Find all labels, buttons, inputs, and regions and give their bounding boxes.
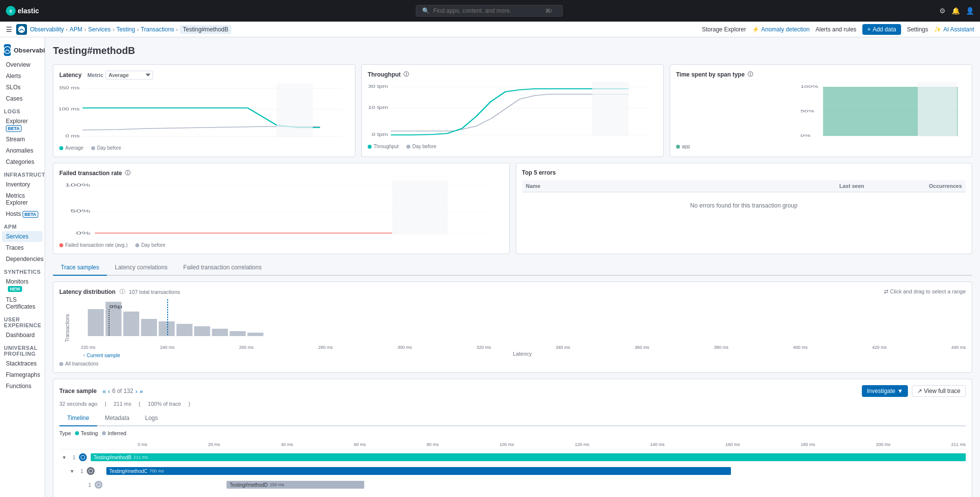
svg-rect-35 xyxy=(159,321,175,336)
bell-icon[interactable]: 🔔 xyxy=(952,7,960,15)
sidebar-item-alerts[interactable]: Alerts xyxy=(2,71,43,81)
elastic-logo[interactable]: e elastic xyxy=(6,6,39,16)
ruler-label-9: 180 ms xyxy=(801,442,815,447)
failed-transaction-svg: 100% 50% 0% xyxy=(59,181,503,239)
ruler-label-0: 0 ms xyxy=(138,442,148,447)
svg-rect-23 xyxy=(918,82,957,137)
dist-x-tick-1: 240 ms xyxy=(160,345,175,350)
sidebar-item-dashboard[interactable]: Dashboard xyxy=(2,330,43,340)
svg-rect-31 xyxy=(88,309,104,336)
anomaly-icon: ⚡ xyxy=(752,26,759,33)
sidebar-item-flamegraphs[interactable]: Flamegraphs xyxy=(2,369,43,380)
ai-icon: ✨ xyxy=(934,26,941,33)
time-spent-info-icon[interactable]: ⓘ xyxy=(748,71,753,78)
sidebar-item-metrics-explorer[interactable]: Metrics Explorer xyxy=(2,190,43,208)
sidebar-item-overview[interactable]: Overview xyxy=(2,59,43,70)
dist-x-tick-4: 300 ms xyxy=(398,345,412,350)
sidebar-item-hosts[interactable]: Hosts BETA xyxy=(2,209,43,219)
sidebar-item-inventory[interactable]: Inventory xyxy=(2,179,43,190)
sidebar-item-services[interactable]: Services xyxy=(2,231,43,242)
dist-info-icon[interactable]: ⓘ xyxy=(120,288,125,295)
tab-latency-correlations[interactable]: Latency correlations xyxy=(107,260,175,276)
ai-assistant-btn[interactable]: ✨ AI Assistant xyxy=(934,26,974,33)
bc-transactions[interactable]: Transactions xyxy=(141,26,174,33)
gear-icon[interactable]: ⚙ xyxy=(939,7,946,15)
bc-observability[interactable]: Observability xyxy=(30,26,64,33)
sidebar-item-cases[interactable]: Cases xyxy=(2,93,43,104)
span-toggle-1[interactable]: ▼ xyxy=(67,469,77,474)
throughput-chart-panel: Throughput ⓘ 30 tpm 10 tpm 0 tpm xyxy=(361,64,664,157)
sidebar-item-functions[interactable]: Functions xyxy=(2,381,43,392)
sidebar-section-apm: APM xyxy=(0,220,45,231)
sidebar-infra-list: Inventory Metrics Explorer Hosts BETA xyxy=(0,179,45,219)
storage-explorer-btn[interactable]: Storage Explorer xyxy=(702,26,746,33)
throughput-info-icon[interactable]: ⓘ xyxy=(403,71,409,78)
dist-x-tick-10: 420 ms xyxy=(872,345,887,350)
search-bar[interactable]: 🔍 ⌘/ xyxy=(416,5,563,17)
trace-next-btn[interactable]: › xyxy=(135,388,137,395)
sub-tab-timeline[interactable]: Timeline xyxy=(59,411,97,426)
user-icon[interactable]: 👤 xyxy=(966,7,974,15)
ruler-label-6: 120 ms xyxy=(575,442,589,447)
dist-x-tick-6: 340 ms xyxy=(555,345,570,350)
svg-rect-8 xyxy=(276,83,313,137)
hamburger-icon[interactable]: ☰ xyxy=(6,26,12,33)
dist-x-axis-label: Latency xyxy=(79,351,966,357)
bc-testing[interactable]: Testing xyxy=(116,26,135,33)
type-badge-testing: Testing xyxy=(75,430,98,436)
anomaly-detection-btn[interactable]: ⚡ Anomaly detection xyxy=(752,26,810,33)
sidebar-item-stream[interactable]: Stream xyxy=(2,134,43,145)
search-input[interactable] xyxy=(433,7,541,14)
legend-day-before: Day before xyxy=(91,145,121,151)
col-occurrences-header: Occurrences xyxy=(913,183,962,189)
trace-last-btn[interactable]: » xyxy=(139,388,143,395)
sidebar-item-traces[interactable]: Traces xyxy=(2,242,43,253)
view-full-trace-button[interactable]: ↗ View full trace xyxy=(912,385,966,397)
legend-failed-rate: Failed transaction rate (avg.) xyxy=(59,242,127,248)
settings-btn[interactable]: Settings xyxy=(907,26,928,33)
span-toggle-0[interactable]: ▼ xyxy=(59,455,69,460)
time-spent-chart-area: 100% 50% 0% xyxy=(676,82,966,141)
col-last-seen-header: Last seen xyxy=(839,183,913,189)
sub-tab-logs[interactable]: Logs xyxy=(137,411,166,426)
span-num-1: 1 xyxy=(77,469,87,474)
sidebar-item-monitors[interactable]: Monitors NEW xyxy=(2,276,43,294)
svg-text:0 tpm: 0 tpm xyxy=(372,132,388,137)
svg-text:0%: 0% xyxy=(76,231,90,235)
bc-services[interactable]: Services xyxy=(88,26,111,33)
sidebar-item-stacktraces[interactable]: Stacktraces xyxy=(2,358,43,369)
tab-trace-samples[interactable]: Trace samples xyxy=(53,260,107,276)
span-icon-1 xyxy=(87,467,95,475)
dist-title: Latency distribution xyxy=(59,288,116,295)
sidebar-synthetics-list: Monitors NEW TLS Certificates xyxy=(0,276,45,312)
sidebar-item-categories[interactable]: Categories xyxy=(2,157,43,167)
sub-tab-metadata[interactable]: Metadata xyxy=(97,411,137,426)
top-bar-left: e elastic xyxy=(6,6,39,16)
span-bar-container-0: Testing#methodB 211 ms xyxy=(91,452,966,462)
tab-failed-transaction-correlations[interactable]: Failed transaction correlations xyxy=(176,260,270,276)
sidebar-item-explorer[interactable]: Explorer BETA xyxy=(2,116,43,133)
trace-header: Trace sample « ‹ 6 of 132 › » Investigat… xyxy=(59,385,966,397)
trace-duration: 211 ms xyxy=(114,401,131,407)
failed-transaction-info-icon[interactable]: ⓘ xyxy=(125,169,130,177)
metric-select[interactable]: Average 95th percentile 99th percentile xyxy=(105,71,153,79)
svg-point-44 xyxy=(81,455,85,459)
elastic-label: elastic xyxy=(18,7,39,15)
sidebar-item-slos[interactable]: SLOs xyxy=(2,82,43,93)
sidebar-item-dependencies[interactable]: Dependencies xyxy=(2,254,43,264)
ruler-label-2: 40 ms xyxy=(281,442,293,447)
sidebar-item-anomalies[interactable]: Anomalies xyxy=(2,145,43,156)
bc-apm[interactable]: APM xyxy=(70,26,82,33)
add-data-button[interactable]: + Add data xyxy=(862,24,901,35)
sidebar-header[interactable]: Observability xyxy=(0,41,45,59)
nav-bar: ☰ Observability › APM › Services › Testi… xyxy=(0,22,980,37)
metric-selector: Metric Average 95th percentile 99th perc… xyxy=(87,71,152,79)
sidebar-section-ux: User Experience xyxy=(0,313,45,329)
alerts-rules-btn[interactable]: Alerts and rules xyxy=(816,26,856,33)
trace-first-btn[interactable]: « xyxy=(102,388,106,395)
sidebar-label: Observability xyxy=(14,47,45,54)
trace-prev-btn[interactable]: ‹ xyxy=(108,388,110,395)
sidebar-item-tls[interactable]: TLS Certificates xyxy=(2,294,43,312)
investigate-button[interactable]: Investigate ▼ xyxy=(862,385,908,397)
failed-transaction-legend: Failed transaction rate (avg.) Day befor… xyxy=(59,242,503,248)
